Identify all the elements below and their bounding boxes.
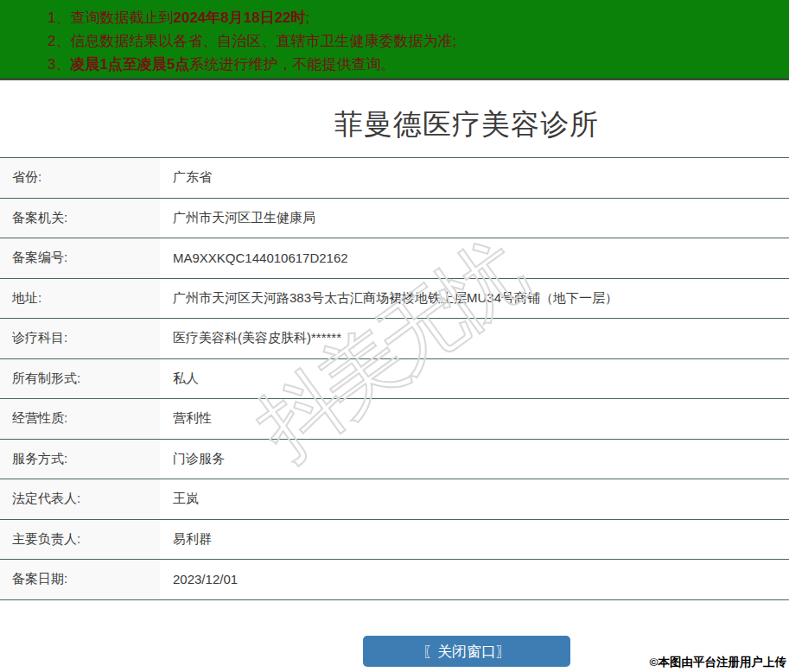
row-value: 医疗美容科(美容皮肤科)****** <box>160 319 789 358</box>
notice-line-2: 2、信息数据结果以各省、自治区、直辖市卫生健康委数据为准; <box>48 29 789 53</box>
clinic-title: 菲曼德医疗美容诊所 <box>0 105 789 144</box>
row-value: MA9XXKQC144010617D2162 <box>160 238 789 278</box>
row-label: 地址: <box>0 279 160 319</box>
table-row-address: 地址: 广州市天河区天河路383号太古汇商场裙楼地铁上层MU34号商铺（地下一层… <box>0 279 789 320</box>
table-row-principal: 主要负责人: 易利群 <box>0 520 789 561</box>
row-value: 王岚 <box>160 479 789 519</box>
notice-line-2-text: 2、信息数据结果以各省、自治区、直辖市卫生健康委数据为准; <box>48 33 456 49</box>
table-row-service-mode: 服务方式: 门诊服务 <box>0 440 789 480</box>
table-row-province: 省份: 广东省 <box>0 158 789 199</box>
table-row-filing-date: 备案日期: 2023/12/01 <box>0 560 789 600</box>
row-label: 主要负责人: <box>0 520 160 560</box>
notice-line-1-bold: 2024年8月18日22时 <box>173 10 305 26</box>
copyright-note: ©本图由平台注册用户上传 <box>650 655 786 670</box>
row-value: 易利群 <box>160 520 789 560</box>
row-label: 所有制形式: <box>0 359 160 399</box>
notice-line-3-bold: 凌晨1点至凌晨5点 <box>70 56 189 73</box>
notice-line-3-suffix: 系统进行维护，不能提供查询。 <box>189 56 395 73</box>
table-row-treatment-subjects: 诊疗科目: 医疗美容科(美容皮肤科)****** <box>0 319 789 359</box>
notice-line-3-text: 3、 <box>48 56 70 73</box>
notice-line-1-suffix: ; <box>306 10 310 26</box>
notice-banner: 1、查询数据截止到2024年8月18日22时; 2、信息数据结果以各省、自治区、… <box>0 0 789 80</box>
row-label: 备案日期: <box>0 560 160 599</box>
notice-line-3: 3、凌晨1点至凌晨5点系统进行维护，不能提供查询。 <box>48 53 789 76</box>
close-window-button[interactable]: 〖关闭窗口〗 <box>363 636 570 667</box>
row-value: 广东省 <box>160 158 789 198</box>
table-row-business-nature: 经营性质: 营利性 <box>0 399 789 440</box>
row-label: 服务方式: <box>0 440 160 479</box>
row-label: 诊疗科目: <box>0 319 160 358</box>
row-label: 备案编号: <box>0 238 160 278</box>
notice-line-1: 1、查询数据截止到2024年8月18日22时; <box>48 6 789 29</box>
row-value: 门诊服务 <box>160 440 789 479</box>
notice-banner-content: 1、查询数据截止到2024年8月18日22时; 2、信息数据结果以各省、自治区、… <box>0 0 789 76</box>
row-value: 广州市天河区天河路383号太古汇商场裙楼地铁上层MU34号商铺（地下一层） <box>160 279 789 319</box>
row-value: 广州市天河区卫生健康局 <box>160 199 789 238</box>
row-label: 省份: <box>0 158 160 198</box>
row-value: 2023/12/01 <box>160 560 789 599</box>
table-row-legal-representative: 法定代表人: 王岚 <box>0 479 789 520</box>
row-value: 私人 <box>160 359 789 399</box>
row-value: 营利性 <box>160 399 789 439</box>
notice-line-1-text: 1、查询数据截止到 <box>48 10 173 26</box>
table-row-filing-number: 备案编号: MA9XXKQC144010617D2162 <box>0 238 789 279</box>
row-label: 法定代表人: <box>0 479 160 519</box>
row-label: 备案机关: <box>0 199 160 238</box>
table-row-filing-authority: 备案机关: 广州市天河区卫生健康局 <box>0 199 789 239</box>
row-label: 经营性质: <box>0 399 160 439</box>
info-table: 省份: 广东省 备案机关: 广州市天河区卫生健康局 备案编号: MA9XXKQC… <box>0 157 789 600</box>
table-row-ownership-type: 所有制形式: 私人 <box>0 359 789 400</box>
